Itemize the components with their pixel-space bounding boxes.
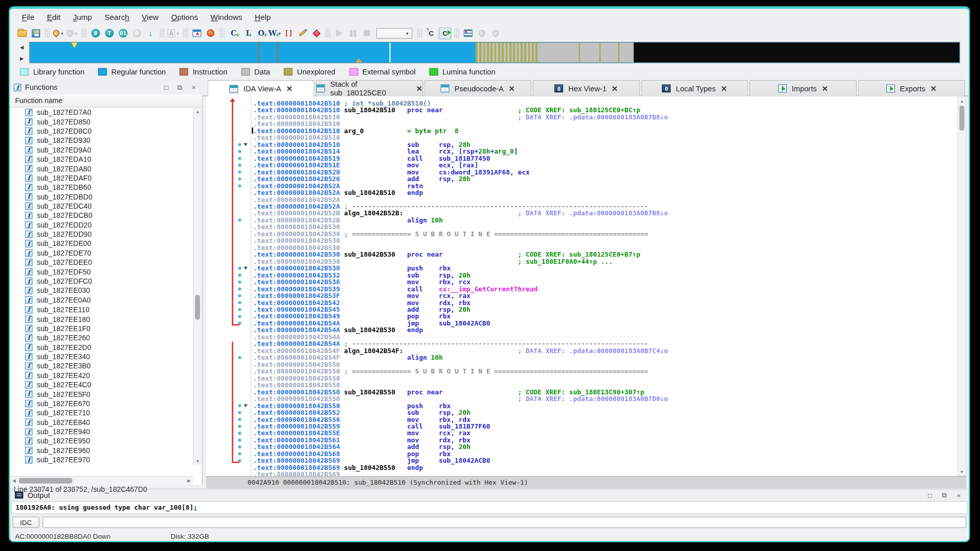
dock-restore-icon[interactable]: □ [925,491,935,499]
functions-vscroll-thumb[interactable] [195,295,200,320]
function-list-item[interactable]: fsub_1827EE030 [10,286,193,295]
function-list-item[interactable]: fsub_1827EE940 [10,427,193,436]
disassembly-view[interactable]: .text:000000018042B510 ; int *sub_18042B… [206,96,960,476]
output-window-icon[interactable] [462,27,474,39]
function-list-item[interactable]: fsub_1827ED850 [10,117,193,126]
function-list-item[interactable]: fsub_1827EDD90 [10,230,193,239]
collapse-arrow-icon[interactable] [244,404,248,407]
save-file-icon[interactable] [30,27,42,39]
add-enum-icon[interactable]: O+ [255,27,267,39]
functions-hscroll-thumb[interactable] [19,478,72,484]
function-list-item[interactable]: fsub_1827EDBD0 [10,192,193,201]
menu-options[interactable]: Options [165,10,204,24]
jump-address-icon[interactable]: ↓ [144,27,157,39]
collapse-arrow-icon[interactable] [244,267,248,270]
listing-line[interactable]: .text:000000018042B569 [206,471,960,476]
tab-exports[interactable]: Exports✕ [858,80,965,96]
breakpoint-list-icon[interactable] [190,27,203,39]
dock-restore-icon[interactable]: □ [161,84,172,91]
function-list-item[interactable]: fsub_1827ED930 [10,136,193,145]
function-list-item[interactable]: fsub_1827EDAF0 [10,173,193,183]
scroll-down-icon[interactable]: ▼ [958,468,966,475]
debugger-select[interactable]: ▼ [374,27,414,39]
menu-jump[interactable]: Jump [67,10,97,24]
function-list-item[interactable]: fsub_1827EE420 [10,371,193,380]
menu-file[interactable]: File [16,10,40,24]
function-list-item[interactable]: fsub_1827EE180 [10,314,193,323]
navigate-back-icon[interactable]: ▼ [53,27,65,39]
function-list-item[interactable]: fsub_1827EE960 [10,446,193,455]
pause-process-icon[interactable] [204,27,216,39]
function-list-item[interactable]: fsub_1827ED7A0 [10,108,193,117]
function-list-item[interactable]: fsub_1827EE2D0 [10,342,193,352]
scroll-right-icon[interactable]: ▶ [185,477,193,485]
dock-close-icon[interactable]: × [954,491,964,499]
search-text-icon[interactable]: T [103,27,115,39]
function-list-item[interactable]: fsub_1827EE0A0 [10,295,193,305]
band-scroll-right-icon[interactable]: ▶ [17,54,26,62]
function-list-item[interactable]: fsub_1827EE260 [10,333,193,342]
functions-vscrollbar[interactable]: ▲ ▼ [193,108,201,465]
menu-windows[interactable]: Windows [205,10,248,24]
scroll-down-icon[interactable]: ▼ [194,457,202,465]
function-name-column-header[interactable]: Function name [10,94,202,108]
function-list-item[interactable]: fsub_1827EDCB0 [10,211,193,220]
function-list-item[interactable]: fsub_1827EDFC0 [10,277,193,286]
functions-hscrollbar[interactable]: ◀ ▶ [10,476,193,485]
function-list-item[interactable]: fsub_1827EE340 [10,352,193,361]
function-list-item[interactable]: fsub_1827EE840 [10,418,193,427]
tab-close-icon[interactable]: ✕ [721,84,727,93]
function-list-item[interactable]: fsub_1827EE970 [10,455,193,464]
tab-imports[interactable]: Imports✕ [749,80,856,96]
function-list-item[interactable]: fsub_1827ED8C0 [10,126,193,135]
add-struct-icon[interactable]: C+ [228,27,240,39]
scroll-left-icon[interactable]: ◀ [10,477,18,485]
function-list-item[interactable]: fsub_1827EE4C0 [10,380,193,389]
function-list-item[interactable]: fsub_1827EDD20 [10,220,193,230]
function-list-item[interactable]: fsub_1827EE950 [10,436,193,445]
edit-function-icon[interactable] [296,27,308,39]
tab-close-icon[interactable]: ✕ [822,84,828,93]
tab-close-icon[interactable]: ✕ [509,84,515,93]
function-list-item[interactable]: fsub_1827EDE70 [10,248,193,258]
function-list-item[interactable]: fsub_1827EDB60 [10,183,193,192]
cli-language-button[interactable]: IDC [12,517,39,528]
search-immediate-icon[interactable]: # [89,27,102,39]
cli-command-input[interactable] [42,517,966,528]
function-list-item[interactable]: fsub_1827EDA80 [10,164,193,173]
menu-view[interactable]: View [136,10,164,24]
function-list-item[interactable]: fsub_1827EDC40 [10,202,193,211]
navigator-band[interactable] [30,42,960,63]
tab-close-icon[interactable]: ✕ [611,84,618,93]
function-list-item[interactable]: fsub_1827EDA10 [10,155,193,164]
tab-close-icon[interactable]: ✕ [930,84,937,93]
add-stack-var-icon[interactable]: W+▼ [269,27,281,39]
tab-hex-view-1[interactable]: 0Hex View-1✕ [533,80,640,96]
dock-float-icon[interactable]: ⧉ [175,83,185,91]
scroll-up-icon[interactable]: ▲ [194,108,202,115]
function-list-item[interactable]: fsub_1827EDF50 [10,267,193,277]
tab-local-types[interactable]: 0Local Types✕ [641,80,748,96]
function-list-item[interactable]: fsub_1827EE1F0 [10,323,193,333]
add-union-icon[interactable]: I+ [241,27,254,39]
search-binary-icon[interactable]: 01 [117,27,129,39]
open-file-icon[interactable] [16,27,28,39]
edit-array-icon[interactable]: [] [282,27,295,39]
tab-stack-of-sub-180125ce0[interactable]: Stack of sub_180125CE0✕ [316,80,423,96]
tab-ida-view-a[interactable]: IDA View-A✕ [208,80,315,97]
function-list-item[interactable]: fsub_1827EE110 [10,305,193,314]
quick-compile-icon[interactable]: ↰C [425,27,437,39]
dock-close-icon[interactable]: × [189,84,199,91]
menu-help[interactable]: Help [249,10,277,24]
band-scroll-left-icon[interactable]: ◀ [17,42,26,51]
function-list-item[interactable]: fsub_1827ED9A0 [10,145,193,154]
menu-search[interactable]: Search [99,10,135,24]
tab-close-icon[interactable]: ✕ [416,84,422,93]
problems-icon[interactable] [310,27,322,39]
menu-edit[interactable]: Edit [41,10,66,24]
disassembly-vscroll-thumb[interactable] [960,106,965,131]
tab-pseudocode-a[interactable]: Pseudocode-A✕ [424,80,531,96]
function-list-item[interactable]: fsub_1827EE670 [10,399,193,408]
function-list-item[interactable]: fsub_1827EDEE0 [10,258,193,267]
collapse-arrow-icon[interactable] [244,143,248,146]
